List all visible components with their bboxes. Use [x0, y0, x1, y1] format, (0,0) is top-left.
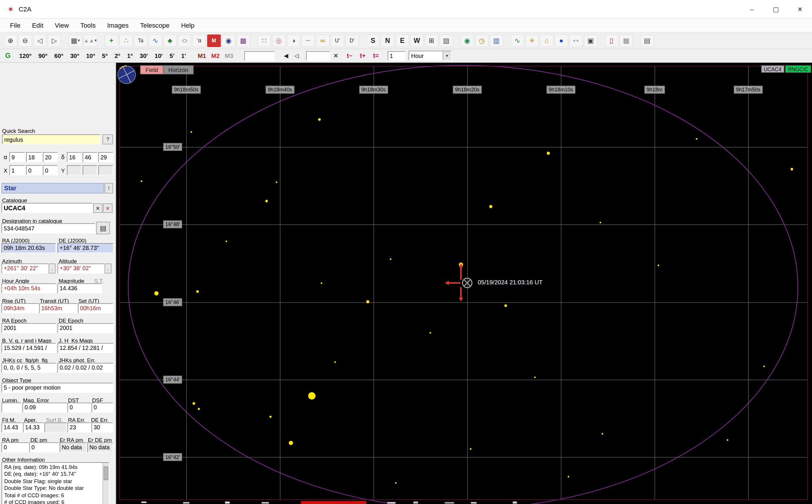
ground-objects-icon[interactable]: ♣ [163, 34, 177, 47]
star[interactable] [308, 392, 315, 400]
zoom-out-icon[interactable]: ⊖ [18, 34, 32, 47]
labels-display-icon[interactable]: Ta [134, 34, 147, 47]
star[interactable] [534, 376, 536, 378]
star[interactable] [198, 408, 200, 410]
frame-center-icon[interactable]: ⊞ [425, 34, 439, 47]
fov-button[interactable]: 1° [124, 53, 136, 59]
printer-icon[interactable]: ▤ [96, 222, 110, 234]
chevron-down-icon[interactable]: ▾ [78, 38, 80, 43]
earth-map-icon[interactable]: ◉ [461, 34, 474, 47]
fov-button[interactable]: 1' [178, 53, 189, 59]
settings-gear-icon[interactable]: ✳ [525, 34, 539, 47]
star[interactable] [334, 361, 335, 363]
keypad-icon[interactable]: ▦ [619, 34, 633, 47]
x2-input[interactable] [26, 165, 42, 175]
time-minus-button[interactable]: t− [347, 52, 353, 59]
menu-item[interactable]: Telescope [134, 22, 175, 29]
mirror-vertical-icon[interactable]: ◁ [291, 51, 302, 61]
de-s-input[interactable] [98, 152, 113, 162]
clock-icon[interactable]: ◷ [475, 34, 489, 47]
west-icon[interactable]: W [410, 34, 424, 47]
fov-button[interactable]: 2° [111, 53, 124, 59]
star[interactable] [225, 240, 227, 242]
star[interactable] [489, 205, 493, 208]
close-button[interactable]: ✕ [788, 0, 812, 19]
altitude-more-button[interactable]: . [105, 263, 111, 273]
star[interactable] [389, 258, 391, 260]
m1-button[interactable]: M1 [198, 53, 206, 59]
find-input[interactable] [244, 51, 274, 60]
sky-chart[interactable]: 9h18m50s9h18m40s9h18m30s9h18m20s9h18m10s… [116, 63, 812, 504]
printer-icon[interactable]: ▤ [640, 34, 654, 47]
star[interactable] [763, 365, 765, 367]
mirror-horizontal-icon[interactable]: ◀ [281, 51, 291, 61]
menu-item[interactable]: Images [101, 22, 134, 29]
star[interactable] [429, 332, 431, 333]
other-info-scrollbar[interactable] [103, 463, 109, 504]
wave-icon[interactable]: ∿ [511, 34, 524, 47]
planet-icon[interactable]: ● [555, 34, 568, 47]
star[interactable] [696, 138, 697, 139]
ra-h-input[interactable] [9, 152, 25, 162]
deep-sky-icon[interactable]: ◉ [222, 34, 235, 47]
time-unit-select[interactable]: Hour ▼ [409, 51, 452, 61]
ra-m-input[interactable] [26, 152, 42, 162]
time-plus-button[interactable]: t+ [360, 52, 366, 59]
star[interactable] [599, 221, 601, 223]
observatory-dome-icon[interactable]: ⌂ [540, 34, 554, 47]
star-display-icon[interactable]: ∴ [119, 34, 133, 47]
de-m-input[interactable] [83, 152, 97, 162]
dither-display-icon[interactable]: ▩ [236, 34, 250, 47]
previous-view-icon[interactable]: ◁ [33, 34, 46, 47]
de-d-input[interactable] [67, 152, 82, 162]
time-step-input[interactable] [388, 51, 405, 60]
south-icon[interactable]: S [366, 34, 380, 47]
view-tab[interactable]: Horizon [163, 65, 194, 74]
messier-icon[interactable]: M [207, 34, 221, 47]
menu-item[interactable]: View [49, 22, 75, 29]
fov-button[interactable]: 90° [35, 53, 51, 59]
fov-button[interactable]: 5' [166, 53, 178, 59]
catalogue-input[interactable] [1, 203, 92, 213]
designation-display-icon[interactable]: D' [345, 34, 358, 47]
zoom-in-icon[interactable]: ⊕ [4, 34, 17, 47]
time-now-button[interactable]: t= [373, 52, 379, 59]
star[interactable] [601, 433, 603, 434]
image-card-icon[interactable]: ▯ [605, 34, 618, 47]
camera-icon[interactable]: ▣ [584, 34, 597, 47]
class-list-button[interactable]: ! [105, 183, 113, 193]
star[interactable] [192, 402, 195, 405]
lightcurve-icon[interactable]: ∿ [149, 34, 162, 47]
azimuth-more-button[interactable]: . [49, 263, 55, 273]
maximize-button[interactable]: ▢ [764, 0, 788, 19]
scrollbar-thumb[interactable] [104, 466, 108, 480]
fov-button[interactable]: 60° [51, 53, 67, 59]
goto-input[interactable] [306, 51, 330, 60]
chevron-down-icon[interactable]: ▾ [95, 38, 97, 43]
grid-options-icon[interactable]: ▦▾ [69, 34, 82, 47]
hatch-display-icon[interactable]: ▨ [439, 34, 453, 47]
star[interactable] [568, 475, 569, 477]
orbit-path-icon[interactable]: ┄ [301, 34, 315, 47]
menu-item[interactable]: File [4, 22, 26, 29]
orientation-compass-icon[interactable] [116, 64, 138, 86]
x3-input[interactable] [43, 165, 58, 175]
y2-input[interactable] [83, 165, 97, 175]
star[interactable] [265, 199, 268, 202]
fov-button[interactable]: 10° [83, 53, 99, 59]
fov-button[interactable]: 30° [67, 53, 83, 59]
star[interactable] [154, 291, 159, 296]
star[interactable] [366, 300, 369, 303]
user-object-icon[interactable]: U' [331, 34, 344, 47]
next-view-icon[interactable]: ▷ [48, 34, 61, 47]
star[interactable] [395, 482, 396, 483]
horizon-options-icon[interactable]: ▲▲▾ [83, 34, 97, 47]
fov-button[interactable]: 120° [16, 53, 35, 59]
greek-labels-icon[interactable]: 'α [192, 34, 206, 47]
catalogue-clear-all-icon[interactable]: ✕ [103, 203, 112, 213]
star[interactable] [318, 118, 320, 121]
chevron-down-icon[interactable]: ▼ [443, 51, 451, 60]
star[interactable] [190, 131, 191, 132]
fov-ellipse-icon[interactable]: ○ [178, 34, 191, 47]
quick-search-input[interactable] [2, 134, 100, 144]
